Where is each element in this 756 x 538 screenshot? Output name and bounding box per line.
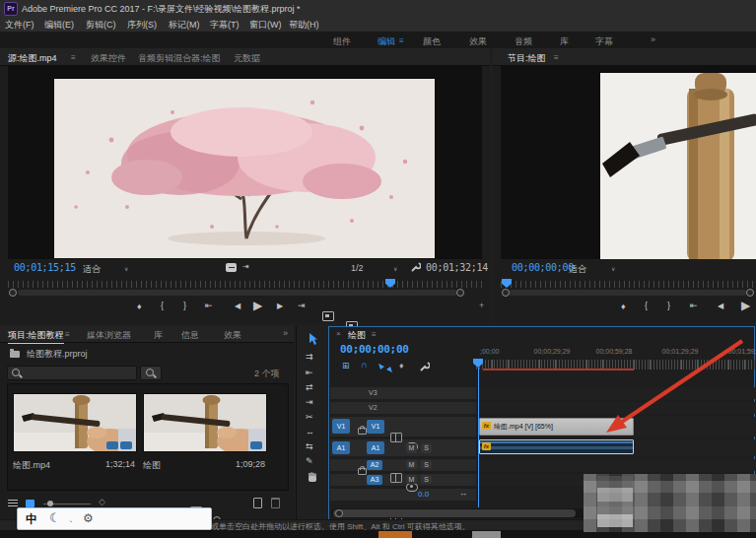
track-output-icon[interactable] (390, 473, 402, 483)
track-label-v3[interactable]: V3 (369, 389, 378, 396)
rolling-edit-tool[interactable]: ⇄ (306, 383, 313, 392)
sort-icon[interactable]: ◇ (99, 498, 105, 506)
icon-view-icon[interactable] (26, 500, 34, 507)
timeline-add-marker-icon[interactable]: ♦ (399, 362, 404, 370)
linked-selection-icon[interactable] (378, 364, 392, 372)
tab-media-browser[interactable]: 媒体浏览器 (87, 329, 131, 342)
source-zoom-select[interactable]: 适合 (83, 263, 101, 276)
lock-icon[interactable] (358, 468, 367, 475)
source-zoom-caret-icon[interactable]: ∨ (124, 265, 128, 272)
lock-icon[interactable] (358, 428, 367, 435)
multi-view-icon[interactable]: ⇥ (242, 263, 249, 271)
source-panel-menu-icon[interactable]: ≡ (71, 53, 76, 62)
ime-punctuation-icon[interactable]: 、 (69, 512, 78, 525)
tab-source-monitor[interactable]: 源:绘图.mp4 (8, 52, 57, 67)
source-mark-in-icon[interactable]: { (161, 302, 164, 310)
timeline-scrollbar-handle[interactable] (335, 509, 343, 517)
tab-effect-controls[interactable]: 效果控件 (91, 52, 126, 65)
track-label-v2[interactable]: V2 (369, 404, 378, 411)
program-zoom-handle-left[interactable] (502, 289, 510, 297)
snap-magnet-icon[interactable]: ∩ (361, 361, 368, 370)
program-panel-menu-icon[interactable]: ≡ (554, 53, 559, 62)
mute-track-button[interactable]: M (406, 475, 417, 484)
menu-item-edit[interactable]: 编辑(E) (44, 19, 74, 32)
slide-tool[interactable]: ⇆ (306, 442, 313, 451)
tab-program-monitor[interactable]: 节目:绘图 (508, 52, 546, 67)
search-bin-button[interactable] (140, 366, 162, 380)
ime-mode-chinese[interactable]: 中 (26, 511, 37, 528)
ime-gear-icon[interactable]: ⚙ (83, 511, 94, 525)
taskbar-app-gray[interactable] (472, 531, 501, 538)
program-goto-in-icon[interactable]: ⇤ (690, 302, 698, 310)
timeline-current-timecode[interactable]: 00;00;00;00 (340, 343, 409, 356)
program-mini-ruler[interactable] (501, 281, 756, 288)
program-zoom-caret-icon[interactable]: ∨ (611, 265, 615, 272)
source-play-button[interactable]: ▶ (253, 300, 262, 311)
project-item-name[interactable]: 绘图 (143, 459, 161, 472)
program-play-button[interactable]: ▶ (741, 300, 750, 311)
tab-project[interactable]: 项目:绘图教程 (8, 329, 64, 344)
program-mark-out-icon[interactable]: } (667, 302, 670, 310)
program-add-marker-icon[interactable]: ♦ (621, 303, 626, 311)
project-search-input[interactable] (7, 366, 137, 380)
menu-item-sequence[interactable]: 序列(S) (127, 19, 157, 32)
source-insert-icon[interactable] (322, 311, 334, 321)
timeline-audio-clip[interactable]: fx (479, 439, 634, 454)
menu-item-markers[interactable]: 标记(M) (169, 19, 200, 32)
rate-stretch-tool[interactable]: ⇥ (306, 398, 313, 407)
source-zoom-scrollbar[interactable] (18, 290, 457, 296)
menu-item-window[interactable]: 窗口(W) (249, 19, 282, 32)
taskbar-app-orange[interactable] (378, 531, 412, 538)
list-view-icon[interactable] (8, 500, 18, 507)
mute-track-button[interactable]: M (406, 443, 417, 453)
source-patch-a1-badge[interactable]: A1 (332, 441, 350, 454)
ripple-edit-tool[interactable]: ⇤ (306, 369, 313, 377)
solo-track-button[interactable]: S (421, 475, 432, 484)
thumbnail-zoom-knob[interactable] (47, 501, 53, 506)
menu-item-clip[interactable]: 剪辑(C) (86, 19, 116, 32)
source-button-editor-plus-icon[interactable]: + (479, 302, 484, 310)
workspace-menu-icon[interactable]: ≡ (399, 36, 404, 45)
selection-tool[interactable] (308, 333, 318, 346)
workspace-tab-libraries[interactable]: 库 (560, 35, 569, 48)
program-current-timecode[interactable]: 00;00;00;00 (512, 262, 574, 273)
program-zoom-select[interactable]: 适合 (569, 263, 586, 276)
pen-tool[interactable]: ✎ (306, 457, 313, 466)
tab-metadata[interactable]: 元数据 (234, 52, 260, 65)
source-goto-out-icon[interactable]: ⇥ (298, 302, 306, 310)
track-target-a1-badge[interactable]: A1 (367, 441, 384, 454)
workspace-tab-assembly[interactable]: 组件 (333, 35, 351, 48)
menu-item-file[interactable]: 文件(F) (5, 19, 34, 32)
timeline-scrollbar-thumb[interactable] (333, 509, 576, 517)
timeline-settings-wrench-icon[interactable] (420, 362, 430, 371)
timeline-panel-menu-icon[interactable]: ≡ (372, 330, 377, 339)
tab-audio-clip-mixer[interactable]: 音频剪辑混合器:绘图 (138, 52, 221, 65)
track-target-v1-badge[interactable]: V1 (367, 420, 384, 434)
menu-item-titles[interactable]: 字幕(T) (210, 19, 240, 32)
source-resolution-caret-icon[interactable]: ∨ (393, 265, 397, 272)
menu-item-help[interactable]: 帮助(H) (289, 19, 319, 32)
tab-info[interactable]: 信息 (181, 329, 199, 342)
workspace-overflow-chevron[interactable]: » (651, 34, 655, 44)
source-add-marker-icon[interactable]: ♦ (137, 303, 142, 311)
project-panel-menu-icon[interactable]: ≡ (65, 330, 70, 339)
clear-trash-icon[interactable] (271, 498, 280, 508)
cc-display-icon[interactable] (226, 263, 237, 272)
track-target-a3-badge[interactable]: A3 (367, 475, 382, 485)
program-mark-in-icon[interactable]: { (645, 302, 648, 310)
program-zoom-handle-right[interactable] (746, 289, 754, 297)
ime-moon-icon[interactable]: ☾ (49, 510, 61, 525)
source-goto-in-icon[interactable]: ⇤ (205, 302, 213, 310)
source-patch-v1-badge[interactable]: V1 (332, 419, 350, 434)
new-item-icon[interactable] (253, 498, 262, 508)
source-mark-out-icon[interactable]: } (183, 302, 186, 310)
program-step-back-icon[interactable]: ◀ (718, 303, 723, 310)
workspace-tab-color[interactable]: 颜色 (423, 35, 441, 48)
solo-track-button[interactable]: S (421, 443, 432, 453)
source-step-back-icon[interactable]: ◀ (235, 303, 241, 310)
source-mini-ruler[interactable] (8, 281, 483, 288)
source-current-timecode[interactable]: 00;01;15;15 (14, 262, 76, 273)
project-item-thumbnail-sequence[interactable] (143, 393, 267, 452)
source-resolution-select[interactable]: 1/2 (351, 263, 364, 273)
tab-effects[interactable]: 效果 (224, 329, 241, 342)
